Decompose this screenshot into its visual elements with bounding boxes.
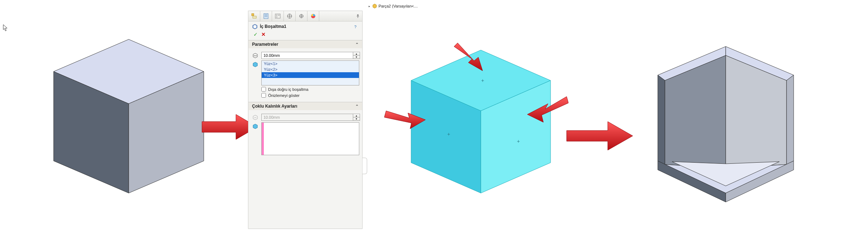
chevron-up-icon: ⌃	[355, 42, 359, 47]
svg-rect-3	[252, 14, 254, 16]
ok-button[interactable]: ✓	[253, 31, 258, 37]
spinner-up-icon[interactable]: ▲	[353, 52, 360, 55]
faces-list-item[interactable]: Yüz<2>	[262, 67, 359, 72]
chevron-up-icon: ⌃	[355, 104, 359, 109]
thickness-spinner[interactable]: ▲ ▼	[353, 52, 360, 59]
section-multi-thickness-header[interactable]: Çoklu Kalınlık Ayarları ⌃	[248, 102, 362, 110]
breadcrumb-part-name[interactable]: Parça2 (Varsayılan<…	[379, 4, 418, 8]
thickness-icon	[251, 52, 259, 59]
thickness-icon	[251, 114, 259, 121]
selection-mark-icon: +	[517, 138, 520, 144]
pin-icon[interactable]	[356, 14, 360, 18]
checkbox-show-preview[interactable]	[261, 93, 266, 98]
section-multi-thickness-label: Çoklu Kalınlık Ayarları	[252, 104, 297, 109]
breadcrumb: ▸ Parça2 (Varsayılan<…	[368, 4, 418, 9]
panel-drag-handle[interactable]	[363, 158, 367, 174]
cursor-icon	[3, 24, 8, 31]
tab-dimxpert[interactable]	[284, 11, 296, 21]
multi-faces-icon	[251, 122, 259, 129]
help-icon[interactable]: ?	[354, 25, 359, 30]
tab-properties[interactable]	[260, 11, 272, 21]
chevron-right-icon[interactable]: ▸	[368, 4, 371, 9]
shell-feature-icon	[252, 24, 258, 29]
pm-tabs	[248, 11, 362, 21]
tab-feature-tree[interactable]	[248, 11, 260, 21]
arrow-2	[565, 114, 636, 157]
thickness-input[interactable]: ▲ ▼	[261, 52, 360, 59]
svg-marker-28	[658, 75, 665, 164]
checkbox-shell-outward[interactable]	[261, 87, 266, 92]
section-parametreler-header[interactable]: Parametreler ⌃	[248, 40, 362, 48]
svg-rect-12	[276, 16, 277, 18]
cube-before	[46, 36, 211, 204]
svg-rect-9	[275, 14, 280, 18]
spinner-down-icon[interactable]: ▼	[353, 117, 360, 121]
cube-selected: + + +	[404, 46, 558, 204]
tab-appearances[interactable]	[307, 11, 319, 21]
faces-list[interactable]: Yüz<1> Yüz<2> Yüz<3>	[261, 60, 359, 85]
multi-thickness-spinner[interactable]: ▲ ▼	[353, 114, 360, 121]
pm-title: İç Boşaltma1	[260, 24, 286, 29]
svg-rect-11	[278, 15, 280, 16]
thickness-input-field[interactable]	[262, 52, 353, 59]
svg-rect-10	[276, 15, 277, 16]
pm-title-row: İç Boşaltma1	[248, 21, 362, 30]
multi-thickness-input[interactable]: ▲ ▼	[261, 114, 360, 121]
checkbox-shell-outward-label: Dışa doğru iç boşaltma	[268, 87, 309, 92]
faces-list-item[interactable]: Yüz<1>	[262, 61, 359, 67]
part-icon	[372, 4, 377, 9]
section-parametreler-label: Parametreler	[252, 42, 278, 47]
multi-faces-list[interactable]	[261, 122, 359, 155]
svg-rect-5	[264, 14, 268, 19]
section-multi-thickness-body: ▲ ▼	[248, 110, 362, 160]
checkbox-show-preview-label: Önizlemeyi göster	[268, 93, 300, 98]
faces-list-item[interactable]: Yüz<3>	[262, 72, 359, 78]
selection-mark-icon: +	[481, 78, 484, 83]
property-manager-panel: İç Boşaltma1 ? ✓ ✕ Parametreler ⌃ ▲	[248, 11, 363, 229]
section-parametreler-body: ▲ ▼ Yüz<1> Yüz<2> Yüz<3>	[248, 48, 362, 102]
tab-display[interactable]	[296, 11, 307, 21]
svg-rect-4	[253, 16, 256, 18]
svg-marker-29	[786, 75, 794, 164]
faces-to-remove-icon	[251, 60, 259, 67]
selection-mark-icon: +	[447, 131, 450, 137]
cancel-button[interactable]: ✕	[261, 31, 266, 37]
multi-thickness-input-field[interactable]	[262, 114, 353, 121]
pm-confirm-row: ✓ ✕	[248, 30, 362, 40]
spinner-up-icon[interactable]: ▲	[353, 114, 360, 117]
spinner-down-icon[interactable]: ▼	[353, 55, 360, 59]
cube-after	[636, 36, 815, 215]
tab-config[interactable]	[272, 11, 284, 21]
